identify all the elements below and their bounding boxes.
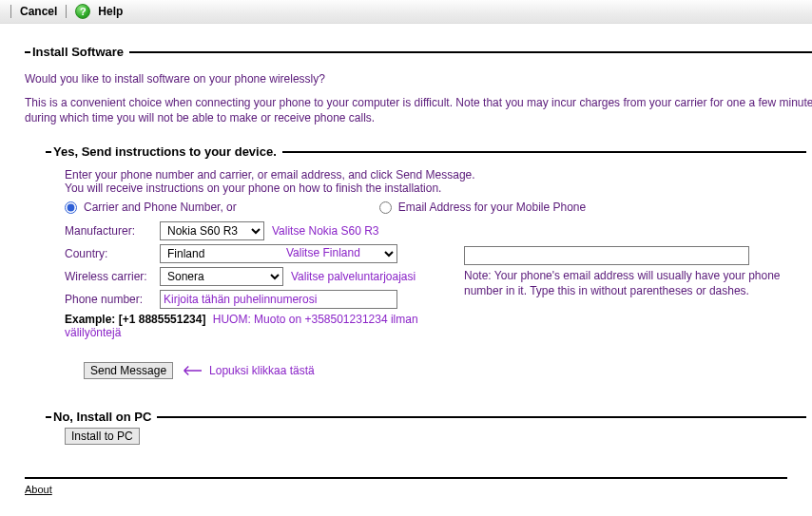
no-install-pc-legend: No, Install on PC <box>51 410 157 424</box>
phone-label: Phone number: <box>65 293 160 306</box>
divider <box>10 5 11 18</box>
footer: About <box>25 477 787 496</box>
form-right-column: Note: Your phone's email address will us… <box>464 221 806 298</box>
help-link[interactable]: Help <box>98 5 123 18</box>
install-to-pc-button[interactable]: Install to PC <box>65 428 140 445</box>
intro-description: This is a convenient choice when connect… <box>25 95 812 125</box>
install-software-section: Install Software Would you like to insta… <box>25 45 812 449</box>
send-button-row: Send Message Lopuksi klikkaa tästä <box>84 362 806 379</box>
example-line: Example: [+1 8885551234] HUOM: Muoto on … <box>65 313 445 339</box>
manufacturer-note: Valitse Nokia S60 R3 <box>272 224 379 238</box>
intro-question: Would you like to install software on yo… <box>25 72 812 86</box>
country-label: Country: <box>65 247 160 260</box>
carrier-radio[interactable] <box>65 201 77 214</box>
content-area: Install Software Would you like to insta… <box>0 24 812 516</box>
carrier-option-label: Carrier and Phone Number, or <box>84 201 237 214</box>
email-option-label: Email Address for your Mobile Phone <box>398 201 586 214</box>
carrier-option[interactable]: Carrier and Phone Number, or <box>65 201 237 214</box>
send-message-button[interactable]: Send Message <box>84 362 173 379</box>
example-label: Example: [+1 8885551234] <box>65 313 205 326</box>
form-grid: Manufacturer: Nokia S60 R3 Valitse Nokia… <box>65 221 806 339</box>
no-install-pc-section: No, Install on PC Install to PC <box>46 410 806 445</box>
country-select[interactable]: Finland <box>160 244 397 263</box>
email-input[interactable] <box>464 246 749 265</box>
carrier-note: Valitse palveluntarjoajasi <box>291 270 416 283</box>
arrow-left-icon <box>181 365 202 376</box>
cancel-link[interactable]: Cancel <box>20 5 57 18</box>
send-inst-1: Enter your phone number and carrier, or … <box>65 168 806 182</box>
about-link[interactable]: About <box>25 484 52 495</box>
phone-input[interactable] <box>160 290 397 309</box>
divider <box>66 5 67 18</box>
country-note: Valitse Finland <box>286 246 360 259</box>
carrier-label: Wireless carrier: <box>65 270 160 283</box>
carrier-select[interactable]: Sonera <box>160 267 283 286</box>
email-radio[interactable] <box>379 201 392 214</box>
form-left-column: Manufacturer: Nokia S60 R3 Valitse Nokia… <box>65 221 445 339</box>
send-note: Lopuksi klikkaa tästä <box>209 364 315 377</box>
install-software-legend: Install Software <box>30 45 129 59</box>
top-toolbar: Cancel ? Help <box>0 0 812 24</box>
send-instructions-legend: Yes, Send instructions to your device. <box>51 144 282 159</box>
email-note: Note: Your phone's email address will us… <box>464 269 806 298</box>
email-option[interactable]: Email Address for your Mobile Phone <box>379 201 586 214</box>
send-inst-2: You will receive instructions on your ph… <box>65 182 806 195</box>
delivery-choice-row: Carrier and Phone Number, or Email Addre… <box>65 201 806 214</box>
manufacturer-select[interactable]: Nokia S60 R3 <box>160 221 264 240</box>
manufacturer-label: Manufacturer: <box>65 224 160 238</box>
help-icon: ? <box>75 4 90 19</box>
send-instructions-section: Yes, Send instructions to your device. E… <box>46 144 806 383</box>
